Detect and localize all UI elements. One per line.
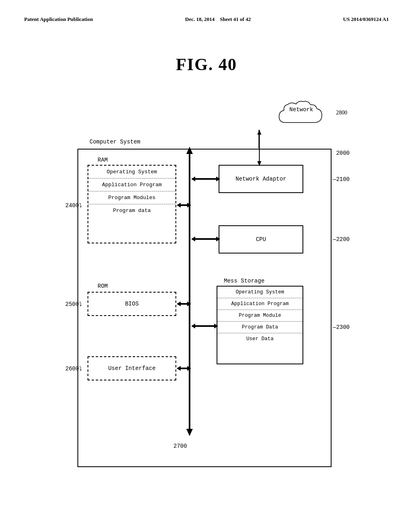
ui-box: User Interface bbox=[88, 356, 176, 380]
header-date: Dec. 18, 2014 bbox=[185, 16, 215, 22]
ref-2300: —2300 bbox=[333, 324, 350, 330]
network-adaptor-box: Network Adaptor bbox=[219, 165, 303, 193]
cloud-shape bbox=[275, 98, 327, 131]
svg-marker-7 bbox=[191, 177, 220, 181]
rom-label: ROM bbox=[98, 283, 108, 289]
ram-item-app: Application Program bbox=[88, 179, 175, 191]
svg-rect-1 bbox=[189, 154, 190, 432]
storage-item-userdata: User Data bbox=[217, 333, 302, 345]
cloud-network: Network 2800 bbox=[275, 98, 327, 132]
ui-to-bus-arrow bbox=[177, 366, 191, 371]
page-header: Patent Application Publication Dec. 18, … bbox=[24, 16, 389, 23]
ram-item-os: Operating System bbox=[88, 166, 175, 179]
ref-2700: 2700 bbox=[173, 443, 187, 449]
net-up-arrow bbox=[257, 130, 261, 166]
bios-label: BIOS bbox=[125, 301, 139, 307]
bios-box: BIOS bbox=[88, 292, 176, 316]
network-ref: 2800 bbox=[332, 110, 352, 116]
svg-marker-5 bbox=[177, 301, 191, 306]
ref-2100: —2100 bbox=[333, 176, 350, 183]
mass-storage-label: Mess Storage bbox=[224, 278, 265, 284]
storage-item-app: Application Program bbox=[217, 298, 302, 310]
ref-2400: 2400⤵ bbox=[65, 202, 82, 209]
computer-system-label: Computer System bbox=[90, 139, 140, 145]
ram-label: RAM bbox=[98, 157, 108, 163]
ram-item-modules: Program Modules bbox=[88, 191, 175, 204]
header-date-sheet: Dec. 18, 2014 Sheet 41 of 42 bbox=[185, 16, 251, 23]
network-adaptor-label: Network Adaptor bbox=[236, 176, 286, 182]
mass-storage-box: Operating System Application Program Pro… bbox=[217, 286, 303, 364]
figure-title: FIG. 40 bbox=[24, 55, 389, 74]
cpu-label: CPU bbox=[256, 236, 266, 243]
svg-marker-12 bbox=[257, 130, 261, 135]
bus-to-cpu-arrow bbox=[191, 236, 220, 242]
bios-to-bus-arrow bbox=[177, 301, 191, 307]
header-sheet: Sheet 41 of 42 bbox=[220, 16, 251, 22]
header-left: Patent Application Publication bbox=[24, 16, 93, 23]
page: Patent Application Publication Dec. 18, … bbox=[0, 0, 413, 532]
bus-svg bbox=[185, 147, 194, 445]
bus-to-massstorage-arrow bbox=[191, 323, 218, 329]
ref-2600: 2600⤵ bbox=[65, 366, 82, 372]
storage-item-data: Program Data bbox=[217, 322, 302, 333]
storage-item-module: Program Module bbox=[217, 310, 302, 322]
ref-2200: —2200 bbox=[333, 236, 350, 243]
ram-to-bus-arrow bbox=[177, 202, 191, 208]
cpu-box: CPU bbox=[219, 225, 303, 254]
ram-item-data: Program data bbox=[88, 204, 175, 217]
bus-to-netadaptor-arrow bbox=[191, 176, 220, 182]
svg-marker-9 bbox=[191, 324, 218, 328]
svg-marker-8 bbox=[191, 237, 220, 241]
svg-marker-0 bbox=[186, 147, 193, 154]
storage-item-os: Operating System bbox=[217, 287, 302, 298]
svg-marker-4 bbox=[177, 203, 191, 208]
svg-marker-2 bbox=[186, 429, 193, 436]
network-label: Network bbox=[290, 106, 313, 113]
ui-label: User Interface bbox=[108, 365, 156, 372]
ref-2500: 2500⤵ bbox=[65, 301, 82, 308]
ref-2000: 2000 bbox=[336, 150, 350, 156]
svg-marker-6 bbox=[177, 366, 191, 371]
ram-box: Operating System Application Program Pro… bbox=[88, 165, 176, 243]
header-right: US 2014/0369124 A1 bbox=[343, 16, 389, 23]
